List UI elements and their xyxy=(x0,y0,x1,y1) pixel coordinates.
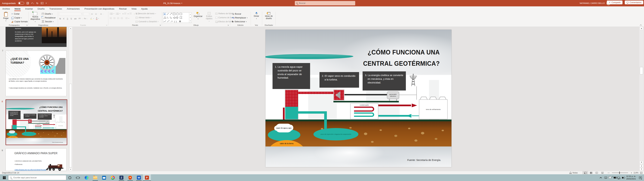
format-painter-button[interactable]: Copiar formato xyxy=(12,20,28,23)
select-button[interactable]: Seleccionar▾ xyxy=(232,20,247,23)
section-button[interactable]: Sección▾ xyxy=(42,20,54,23)
zoom-out-button[interactable]: — xyxy=(608,172,610,174)
step-3-box[interactable]: 3. La energía cinética se convierte en m… xyxy=(362,72,406,90)
new-slide-button[interactable]: Nueva diapositiva▾ xyxy=(30,12,40,22)
thumb-scroll-up-icon[interactable] xyxy=(69,27,72,30)
underline-button[interactable]: S xyxy=(67,18,68,20)
numbering-button[interactable]: ▾ xyxy=(116,13,120,14)
slide-layout-button[interactable]: Diseño▾ xyxy=(42,13,53,15)
zoom-slider[interactable] xyxy=(612,172,628,173)
qat-overflow-icon[interactable]: ▾ xyxy=(46,2,46,4)
main-scrollbar[interactable] xyxy=(639,27,644,171)
undo-icon[interactable]: ↶▾ xyxy=(31,2,34,4)
shrink-font-button[interactable]: Aˇ xyxy=(95,13,98,15)
word-taskbar-button[interactable]: W xyxy=(135,174,143,181)
tab-animaciones[interactable]: Animaciones xyxy=(64,6,82,11)
notes-button[interactable]: Notas xyxy=(569,172,578,174)
step-1-box[interactable]: 1. La mezcla agua-vapor sustraída del po… xyxy=(272,63,310,89)
next-slide-button[interactable] xyxy=(640,168,643,170)
autosave-toggle[interactable] xyxy=(18,2,24,4)
comments-button[interactable]: Comentarios xyxy=(625,0,643,4)
font-name-combo[interactable] xyxy=(59,12,82,16)
slide-7-thumbnail[interactable]: ¿QUÉ ES UNA TURBINA? xyxy=(6,50,66,96)
font-color-button[interactable]: A▾ xyxy=(96,17,99,20)
chrome-taskbar-button[interactable] xyxy=(109,174,117,181)
font-dialog-launcher[interactable]: ⇲ xyxy=(106,24,107,26)
paragraph-dialog-launcher[interactable]: ⇲ xyxy=(160,24,161,26)
slide-title[interactable]: ¿CÓMO FUNCIONA UNA CENTRAL GEOTÉRMICA? xyxy=(363,47,440,69)
step-2-box[interactable]: 2. El vapor seco es conducido a la turbi… xyxy=(24,114,36,119)
cortana-button[interactable] xyxy=(66,174,73,181)
quick-styles-button[interactable]: Estilos rápidos▾ xyxy=(204,12,214,22)
align-center-button[interactable] xyxy=(113,18,116,19)
increase-indent-button[interactable]: ▸ xyxy=(128,13,132,14)
font-size-combo[interactable] xyxy=(83,12,90,16)
slide-title[interactable]: ¿CÓMO FUNCIONA UNA CENTRAL GEOTÉRMICA? xyxy=(38,106,63,113)
account-area[interactable]: NATANAEL CARRO BELLO xyxy=(580,0,610,6)
start-button[interactable] xyxy=(1,174,7,181)
slideshow-view-button[interactable] xyxy=(600,171,605,174)
volume-tray-button[interactable] xyxy=(620,174,626,181)
highlight-button[interactable]: ▾ xyxy=(90,18,94,20)
mail-taskbar-button[interactable] xyxy=(100,174,108,181)
decrease-indent-button[interactable]: ◂ xyxy=(122,13,126,14)
find-button[interactable]: Buscar xyxy=(232,13,241,15)
collapse-ribbon-icon[interactable] xyxy=(640,24,642,26)
cut-button[interactable]: ✂Cortar xyxy=(12,13,20,15)
normal-view-button[interactable] xyxy=(582,171,588,174)
slide-9-thumbnail[interactable]: GRÁFICO ANIMADO PARA SUPER GRÁFICO ANIMA… xyxy=(6,148,66,171)
tab-transiciones[interactable]: Transiciones xyxy=(47,6,64,11)
change-case-button[interactable]: Aa xyxy=(84,18,86,20)
columns-button[interactable]: ▾ xyxy=(126,18,129,19)
copy-button[interactable]: Copiar▾ xyxy=(12,16,22,19)
scroll-up-icon[interactable] xyxy=(640,27,643,30)
slide-editing-area[interactable]: ¿CÓMO FUNCIONA UNA CENTRAL GEOTÉRMICA? 1… xyxy=(72,27,639,171)
reading-view-button[interactable] xyxy=(594,171,600,174)
source-caption[interactable]: Fuente: Secretaría de Energía. xyxy=(52,142,63,143)
slide-sorter-view-button[interactable] xyxy=(588,171,594,174)
design-ideas-button[interactable]: Ideas de diseño xyxy=(264,12,274,20)
source-caption[interactable]: Fuente: Secretaría de Energía. xyxy=(407,159,441,162)
thumb-scroll-down-icon[interactable] xyxy=(69,168,72,171)
share-button[interactable]: ↗ Compartir xyxy=(607,0,622,4)
align-text-button[interactable]: Alinear texto▾ xyxy=(136,16,151,19)
titlebar-search[interactable] xyxy=(295,1,355,5)
clipboard-dialog-launcher[interactable]: ⇲ xyxy=(26,24,28,26)
slide-canvas[interactable]: ¿CÓMO FUNCIONA UNA CENTRAL GEOTÉRMICA? 1… xyxy=(266,30,452,167)
redo-icon[interactable]: ↻ xyxy=(36,2,38,4)
arrange-button[interactable]: Organizar▾ xyxy=(193,12,203,20)
previous-slide-button[interactable] xyxy=(640,164,643,168)
powerpoint-taskbar-button[interactable]: P xyxy=(143,174,151,181)
edge-taskbar-button[interactable] xyxy=(82,174,90,181)
fit-slide-button[interactable] xyxy=(640,172,642,174)
bullets-button[interactable]: ▾ xyxy=(110,13,114,14)
tab-vista[interactable]: Vista xyxy=(129,6,139,11)
brave-taskbar-button[interactable] xyxy=(126,174,134,181)
clear-format-button[interactable]: A◌ xyxy=(100,13,103,15)
scroll-thumb[interactable] xyxy=(640,67,643,74)
text-direction-button[interactable]: ⇅Dirección del texto▾ xyxy=(136,12,156,15)
grow-font-button[interactable]: Aˆ xyxy=(91,13,94,15)
drawing-dialog-launcher[interactable]: ⇲ xyxy=(228,24,229,26)
text-shadow-button[interactable]: S xyxy=(70,18,72,20)
tab-revisar[interactable]: Revisar xyxy=(117,6,129,11)
align-right-button[interactable] xyxy=(117,18,119,19)
thumb-scroll-thumb[interactable] xyxy=(69,84,72,168)
save-icon[interactable] xyxy=(26,2,29,4)
clock[interactable]: 12:31 p. m. 29/03/2021 xyxy=(626,174,636,181)
titlebar-search-input[interactable] xyxy=(299,2,349,4)
zoom-slider-thumb[interactable] xyxy=(619,172,620,174)
tab-archivo[interactable]: Archivo xyxy=(0,6,12,11)
tab-diseno[interactable]: Diseño xyxy=(35,6,47,11)
file-explorer-taskbar-button[interactable] xyxy=(91,174,99,181)
tab-inicio[interactable]: Inicio xyxy=(12,6,23,11)
zoom-level[interactable]: 114% xyxy=(634,172,638,174)
step-3-box[interactable]: 3. La energía cinética se convierte en m… xyxy=(38,114,52,120)
step-2-box[interactable]: 2. El vapor seco es conducido a la turbi… xyxy=(320,72,359,88)
file-name[interactable]: P6_31.58 Anexos▾ xyxy=(151,0,194,6)
step-1-box[interactable]: 1. La mezcla agua-vapor sustraída del po… xyxy=(8,111,21,119)
tab-insertar[interactable]: Insertar xyxy=(23,6,35,11)
zoom-in-button[interactable]: + xyxy=(631,172,632,174)
strikethrough-button[interactable]: ab xyxy=(74,18,76,20)
smartart-button[interactable]: Convertir a SmartArt▾ xyxy=(136,20,158,23)
